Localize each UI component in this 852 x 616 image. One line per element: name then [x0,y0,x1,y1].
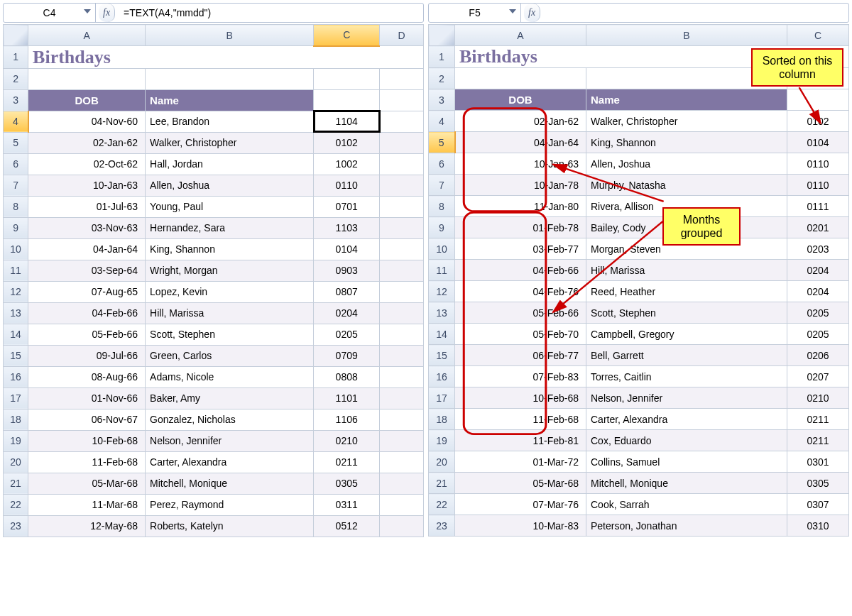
cell[interactable] [146,68,314,89]
col-header-c[interactable]: C [314,25,380,46]
cell-code[interactable]: 1002 [314,153,380,175]
row-header[interactable]: 19 [4,430,28,451]
right-grid[interactable]: A B C 1 Birthdays23 DOB Name402-Jan-62Wa… [428,24,849,537]
cell-code[interactable]: 0211 [787,430,848,451]
cell-dob[interactable]: 11-Jan-80 [455,196,586,217]
dropdown-icon[interactable] [509,9,516,13]
cell-code[interactable]: 0104 [314,238,380,260]
cell-dob[interactable]: 02-Oct-62 [28,153,146,175]
cell-name[interactable]: Campbell, Gregory [586,324,787,345]
fx-button[interactable]: fx [524,4,540,22]
row-header[interactable]: 18 [4,409,28,430]
cell-dob[interactable]: 05-Mar-68 [28,473,146,494]
cell-dob[interactable]: 10-Jan-63 [28,175,146,196]
cell[interactable] [380,281,424,302]
row-header[interactable]: 14 [4,324,28,345]
cell[interactable] [380,132,424,153]
cell-dob[interactable]: 09-Jul-66 [28,345,146,366]
cell[interactable] [314,68,380,89]
cell-code[interactable]: 0104 [787,132,848,153]
row-header[interactable]: 10 [429,238,455,260]
cell[interactable] [314,89,380,111]
cell-code[interactable]: 0701 [314,196,380,217]
cell-name[interactable]: Allen, Joshua [146,175,314,196]
cell-dob[interactable]: 11-Feb-68 [455,409,586,430]
cell-name[interactable]: Reed, Heather [586,281,787,302]
row-header[interactable]: 16 [4,366,28,387]
cell-dob[interactable]: 11-Feb-81 [455,430,586,451]
cell-code[interactable]: 0110 [314,175,380,196]
cell-code[interactable]: 0512 [314,515,380,537]
cell-dob[interactable]: 04-Nov-60 [28,111,146,132]
formula-input[interactable]: =TEXT(A4,"mmdd") [118,7,423,18]
table-header-name[interactable]: Name [586,89,787,111]
cell-dob[interactable]: 12-May-68 [28,515,146,537]
row-header[interactable]: 12 [4,281,28,302]
cell-code[interactable]: 0102 [314,132,380,153]
cell[interactable] [380,473,424,494]
cell-dob[interactable]: 10-Jan-78 [455,175,586,196]
row-header[interactable]: 15 [4,345,28,366]
cell-code[interactable]: 1104 [314,111,380,132]
cell-name[interactable]: Murphy, Natasha [586,175,787,196]
cell[interactable] [380,217,424,238]
cell-code[interactable]: 0204 [787,281,848,302]
cell-dob[interactable]: 05-Mar-68 [455,473,586,494]
cell-dob[interactable]: 06-Nov-67 [28,409,146,430]
cell[interactable] [28,68,146,89]
row-header[interactable]: 5 [4,132,28,153]
cell[interactable] [380,324,424,345]
row-header[interactable]: 13 [4,302,28,324]
cell[interactable] [380,175,424,196]
row-header[interactable]: 21 [429,473,455,494]
row-header[interactable]: 2 [429,68,455,89]
col-header-b[interactable]: B [146,25,314,46]
cell[interactable] [380,345,424,366]
cell-code[interactable]: 0110 [787,153,848,175]
cell-name[interactable]: Mitchell, Monique [146,473,314,494]
cell-code[interactable]: 0709 [314,345,380,366]
row-header[interactable]: 4 [429,111,455,132]
cell[interactable] [380,494,424,515]
row-header[interactable]: 2 [4,68,28,89]
cell-name[interactable]: Carter, Alexandra [586,409,787,430]
cell-dob[interactable]: 03-Feb-77 [455,238,586,260]
row-header[interactable]: 14 [429,324,455,345]
row-header[interactable]: 18 [429,409,455,430]
cell-dob[interactable]: 05-Feb-66 [28,324,146,345]
cell-code[interactable]: 0305 [314,473,380,494]
sheet-title[interactable]: Birthdays [28,46,424,69]
row-header[interactable]: 13 [429,302,455,324]
cell-name[interactable]: Gonzalez, Nicholas [146,409,314,430]
cell[interactable] [380,409,424,430]
cell-code[interactable]: 0807 [314,281,380,302]
cell-name[interactable]: Perez, Raymond [146,494,314,515]
cell-dob[interactable]: 04-Feb-76 [455,281,586,302]
row-header[interactable]: 6 [4,153,28,175]
cell-name[interactable]: Peterson, Jonathan [586,515,787,537]
row-header[interactable]: 5 [429,132,455,153]
cell-name[interactable]: Wright, Morgan [146,260,314,281]
cell[interactable] [380,302,424,324]
cell-name[interactable]: Collins, Samuel [586,451,787,473]
col-header-b[interactable]: B [586,25,787,46]
name-box[interactable]: F5 [429,4,521,22]
cell-name[interactable]: Lee, Brandon [146,111,314,132]
row-header[interactable]: 17 [4,387,28,409]
cell-name[interactable]: Torres, Caitlin [586,366,787,387]
cell-name[interactable]: King, Shannon [586,132,787,153]
cell-name[interactable]: Walker, Christopher [146,132,314,153]
row-header[interactable]: 1 [4,46,28,69]
cell[interactable] [380,366,424,387]
cell-dob[interactable]: 01-Mar-72 [455,451,586,473]
cell-name[interactable]: Young, Paul [146,196,314,217]
cell-name[interactable]: Nelson, Jennifer [146,430,314,451]
cell-code[interactable]: 0204 [314,302,380,324]
cell-name[interactable]: Hernandez, Sara [146,217,314,238]
name-box[interactable]: C4 [4,4,96,22]
cell-code[interactable]: 0207 [787,366,848,387]
row-header[interactable]: 9 [429,217,455,238]
cell-code[interactable]: 0110 [787,175,848,196]
cell-code[interactable]: 0102 [787,111,848,132]
cell-name[interactable]: Green, Carlos [146,345,314,366]
